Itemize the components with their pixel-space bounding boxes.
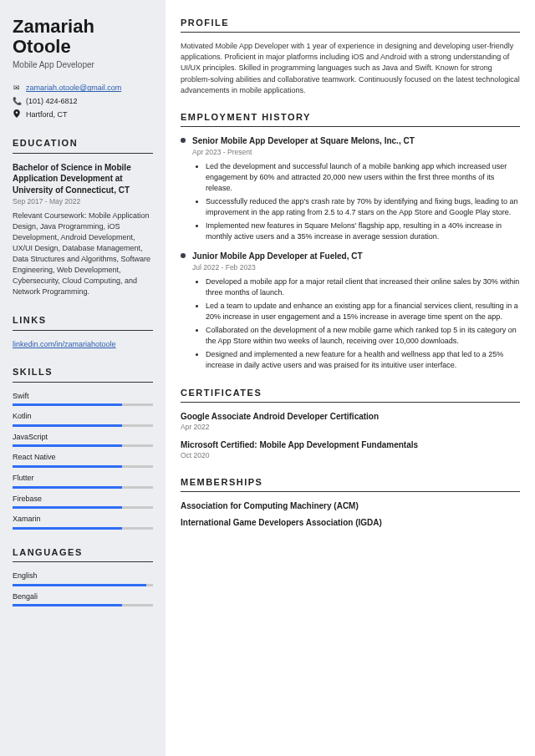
skill-bar-fill bbox=[13, 444, 122, 447]
education-body: Relevant Coursework: Mobile Application … bbox=[13, 211, 153, 297]
sidebar: Zamariah Otoole Mobile App Developer ✉ z… bbox=[0, 0, 166, 756]
links-heading: LINKS bbox=[13, 314, 153, 327]
job-bullet: Successfully reduced the app's crash rat… bbox=[206, 196, 520, 218]
skill-item: Firebase bbox=[13, 494, 153, 510]
location-icon bbox=[13, 109, 21, 121]
person-name: Zamariah Otoole bbox=[13, 17, 153, 57]
skill-bar bbox=[13, 604, 153, 606]
skill-bar bbox=[13, 506, 153, 509]
email-link[interactable]: zamariah.otoole@gmail.com bbox=[26, 83, 121, 94]
education-heading: EDUCATION bbox=[13, 137, 153, 150]
skill-name: JavaScript bbox=[13, 432, 153, 443]
job-bullet: Developed a mobile app for a major retai… bbox=[206, 277, 520, 298]
skill-name: Flutter bbox=[13, 473, 153, 484]
skill-bar-fill bbox=[13, 403, 122, 406]
membership-item: Association for Computing Machinery (ACM… bbox=[181, 500, 520, 512]
divider bbox=[13, 382, 153, 383]
divider bbox=[13, 153, 153, 154]
education-degree: Bachelor of Science in Mobile Applicatio… bbox=[13, 162, 153, 196]
divider bbox=[13, 330, 153, 331]
location-text: Hartford, CT bbox=[26, 109, 68, 120]
certificates-heading: CERTIFICATES bbox=[181, 387, 520, 399]
membership-item: International Game Developers Associatio… bbox=[181, 517, 520, 529]
job-dates: Apr 2023 - Present bbox=[192, 148, 520, 158]
divider bbox=[181, 491, 520, 492]
skill-name: Swift bbox=[13, 391, 153, 402]
skill-item: English bbox=[13, 571, 153, 586]
skill-bar-fill bbox=[13, 506, 122, 509]
skill-item: Flutter bbox=[13, 473, 153, 489]
phone-text: (101) 424-6812 bbox=[26, 96, 78, 107]
skill-bar-fill bbox=[13, 465, 122, 468]
divider bbox=[181, 402, 520, 403]
languages-heading: LANGUAGES bbox=[13, 546, 153, 559]
contact-email-row: ✉ zamariah.otoole@gmail.com bbox=[13, 83, 153, 94]
profile-heading: PROFILE bbox=[181, 17, 520, 29]
skills-heading: SKILLS bbox=[13, 366, 153, 378]
contact-phone-row: 📞 (101) 424-6812 bbox=[13, 96, 153, 107]
skill-item: Xamarin bbox=[13, 514, 153, 530]
skill-bar-fill bbox=[13, 584, 146, 586]
education-dates: Sep 2017 - May 2022 bbox=[13, 197, 153, 207]
skill-item: Bengali bbox=[13, 591, 153, 607]
memberships-heading: MEMBERSHIPS bbox=[181, 476, 520, 489]
skill-bar bbox=[13, 424, 153, 427]
skill-name: Firebase bbox=[13, 494, 153, 505]
skill-bar-fill bbox=[13, 424, 122, 427]
skill-name: Kotlin bbox=[13, 411, 153, 422]
contact-location-row: Hartford, CT bbox=[13, 109, 153, 121]
job-bullet: Implemented new features in Square Melon… bbox=[206, 221, 520, 242]
job-title: Junior Mobile App Developer at Fueled, C… bbox=[192, 251, 520, 262]
certificate-title: Google Associate Android Developer Certi… bbox=[181, 411, 520, 423]
job-bullet: Designed and implemented a new feature f… bbox=[206, 349, 520, 371]
profile-body: Motivated Mobile App Developer with 1 ye… bbox=[181, 41, 520, 95]
skill-name: React Native bbox=[13, 452, 153, 463]
certificate-item: Microsoft Certified: Mobile App Developm… bbox=[181, 439, 520, 461]
phone-icon: 📞 bbox=[13, 96, 21, 107]
skill-name: Xamarin bbox=[13, 514, 153, 525]
skill-bar-fill bbox=[13, 604, 122, 606]
divider bbox=[181, 32, 520, 33]
skill-bar bbox=[13, 403, 153, 406]
job-bullets: Developed a mobile app for a major retai… bbox=[192, 277, 520, 371]
certificate-date: Apr 2022 bbox=[181, 423, 520, 433]
divider bbox=[181, 126, 520, 127]
skill-name: Bengali bbox=[13, 591, 153, 602]
person-title: Mobile App Developer bbox=[13, 59, 153, 71]
skill-bar bbox=[13, 527, 153, 530]
job-bullet: Led a team to update and enhance an exis… bbox=[206, 301, 520, 322]
skill-bar-fill bbox=[13, 486, 122, 489]
certificate-title: Microsoft Certified: Mobile App Developm… bbox=[181, 439, 520, 451]
skill-item: Swift bbox=[13, 391, 153, 407]
employment-heading: EMPLOYMENT HISTORY bbox=[181, 111, 520, 124]
divider bbox=[13, 561, 153, 562]
skill-bar bbox=[13, 486, 153, 489]
skill-item: React Native bbox=[13, 452, 153, 468]
job-entry: Junior Mobile App Developer at Fueled, C… bbox=[181, 251, 520, 371]
job-entry: Senior Mobile App Developer at Square Me… bbox=[181, 135, 520, 242]
certificate-item: Google Associate Android Developer Certi… bbox=[181, 411, 520, 433]
email-icon: ✉ bbox=[13, 83, 21, 94]
skill-name: English bbox=[13, 571, 153, 581]
skill-bar bbox=[13, 584, 153, 586]
skill-item: Kotlin bbox=[13, 411, 153, 427]
job-title: Senior Mobile App Developer at Square Me… bbox=[192, 135, 520, 147]
certificate-date: Oct 2020 bbox=[181, 451, 520, 461]
main-column: PROFILE Motivated Mobile App Developer w… bbox=[166, 0, 535, 756]
job-bullets: Led the development and successful launc… bbox=[192, 161, 520, 242]
skill-item: JavaScript bbox=[13, 432, 153, 448]
job-bullet: Collaborated on the development of a new… bbox=[206, 325, 520, 347]
skill-bar bbox=[13, 465, 153, 468]
link-item: linkedin.com/in/zamariahotoole bbox=[13, 339, 153, 350]
job-dates: Jul 2022 - Feb 2023 bbox=[192, 263, 520, 273]
skill-bar bbox=[13, 444, 153, 447]
job-bullet: Led the development and successful launc… bbox=[206, 161, 520, 194]
skill-bar-fill bbox=[13, 527, 122, 530]
external-link[interactable]: linkedin.com/in/zamariahotoole bbox=[13, 340, 116, 348]
